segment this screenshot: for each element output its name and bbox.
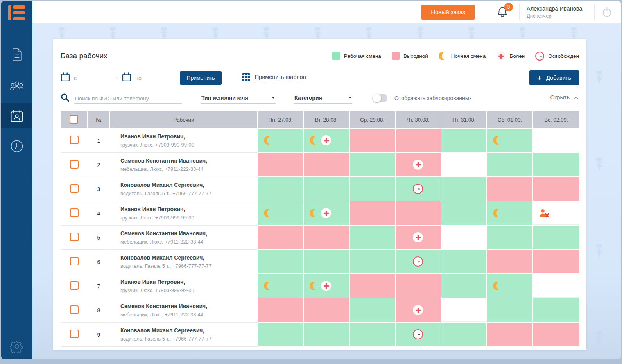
sidebar-item-settings[interactable]: [1, 340, 32, 353]
date-to-input[interactable]: [134, 74, 172, 83]
row-checkbox[interactable]: [70, 305, 79, 314]
schedule-cell[interactable]: [487, 226, 533, 250]
schedule-cell[interactable]: [396, 298, 441, 323]
hide-filters-link[interactable]: Скрыть: [550, 94, 579, 102]
schedule-cell[interactable]: [258, 323, 304, 347]
show-blocked-toggle[interactable]: [373, 94, 387, 102]
row-checkbox[interactable]: [70, 281, 79, 290]
schedule-cell[interactable]: [350, 153, 396, 177]
schedule-cell[interactable]: [350, 226, 396, 250]
sidebar-item-workers[interactable]: [1, 103, 32, 128]
schedule-cell[interactable]: [304, 274, 350, 298]
schedule-cell[interactable]: [304, 153, 350, 177]
row-checkbox[interactable]: [70, 257, 79, 265]
worker-cell[interactable]: Семенов Константин Иванович,мебельщик, Л…: [110, 153, 258, 177]
date-from-input[interactable]: [73, 74, 111, 83]
schedule-cell[interactable]: [533, 129, 579, 153]
schedule-cell[interactable]: [258, 153, 304, 177]
schedule-cell[interactable]: [396, 129, 441, 153]
schedule-cell[interactable]: [487, 298, 533, 323]
schedule-cell[interactable]: [441, 129, 487, 153]
apply-template-link[interactable]: Применить шаблон: [242, 73, 306, 83]
schedule-cell[interactable]: [258, 129, 304, 153]
add-worker-button[interactable]: + Добавить: [529, 70, 579, 85]
schedule-cell[interactable]: [441, 298, 487, 323]
schedule-cell[interactable]: [396, 201, 441, 226]
schedule-cell[interactable]: [487, 177, 533, 201]
worker-cell[interactable]: Семенов Константин Иванович,мебельщик, Л…: [110, 226, 258, 250]
sidebar-item-team[interactable]: [1, 73, 32, 98]
schedule-cell[interactable]: [304, 323, 350, 347]
worker-cell[interactable]: Иванов Иван Петрович,грузчик, Люкс, +790…: [110, 274, 258, 298]
notifications-bell[interactable]: 3: [497, 6, 508, 18]
schedule-cell[interactable]: [258, 274, 304, 298]
row-checkbox[interactable]: [70, 136, 79, 144]
schedule-cell[interactable]: [441, 274, 487, 298]
schedule-cell[interactable]: [396, 323, 441, 347]
category-select[interactable]: Категория: [294, 93, 352, 104]
schedule-cell[interactable]: [441, 201, 487, 226]
schedule-cell[interactable]: [396, 226, 441, 250]
schedule-cell[interactable]: [487, 250, 533, 274]
worker-cell[interactable]: Коновалов Михаил Сергеевич,водитель, Газ…: [110, 323, 258, 347]
schedule-cell[interactable]: [396, 250, 441, 274]
worker-cell[interactable]: Иванов Иван Петрович,грузчик, Люкс, +790…: [110, 201, 258, 226]
schedule-cell[interactable]: [304, 226, 350, 250]
schedule-cell[interactable]: [304, 129, 350, 153]
worker-cell[interactable]: Иванов Иван Петрович,грузчик, Люкс, +790…: [110, 129, 258, 153]
schedule-cell[interactable]: [396, 177, 441, 201]
schedule-cell[interactable]: [533, 226, 579, 250]
schedule-cell[interactable]: [487, 129, 533, 153]
row-checkbox[interactable]: [70, 184, 79, 193]
schedule-cell[interactable]: [533, 177, 579, 201]
schedule-cell[interactable]: [350, 274, 396, 298]
schedule-cell[interactable]: [304, 201, 350, 226]
schedule-cell[interactable]: [304, 177, 350, 201]
schedule-cell[interactable]: [487, 274, 533, 298]
schedule-cell[interactable]: [487, 153, 533, 177]
sidebar-item-history[interactable]: [1, 134, 32, 159]
app-logo[interactable]: [8, 5, 25, 20]
schedule-cell[interactable]: [258, 298, 304, 323]
schedule-cell[interactable]: [350, 201, 396, 226]
executor-type-select[interactable]: Тип исполнителя: [201, 93, 276, 104]
schedule-cell[interactable]: [533, 274, 579, 298]
schedule-cell[interactable]: [487, 323, 533, 347]
schedule-cell[interactable]: [441, 177, 487, 201]
row-checkbox[interactable]: [70, 330, 79, 338]
schedule-cell[interactable]: [350, 129, 396, 153]
schedule-cell[interactable]: [533, 201, 579, 226]
schedule-cell[interactable]: [350, 177, 396, 201]
user-menu[interactable]: Александра Иванова Диспетчер: [527, 5, 587, 19]
schedule-cell[interactable]: [258, 201, 304, 226]
new-order-button[interactable]: Новый заказ: [421, 5, 475, 20]
schedule-cell[interactable]: [441, 226, 487, 250]
search-input[interactable]: [74, 94, 182, 104]
schedule-cell[interactable]: [350, 298, 396, 323]
schedule-cell[interactable]: [350, 250, 396, 274]
schedule-cell[interactable]: [533, 153, 579, 177]
worker-cell[interactable]: Коновалов Михаил Сергеевич,водитель, Газ…: [110, 250, 258, 274]
schedule-cell[interactable]: [258, 226, 304, 250]
worker-cell[interactable]: Семенов Константин Иванович,мебельщик, Л…: [110, 298, 258, 323]
schedule-cell[interactable]: [441, 250, 487, 274]
schedule-cell[interactable]: [304, 298, 350, 323]
schedule-cell[interactable]: [441, 153, 487, 177]
schedule-cell[interactable]: [396, 274, 441, 298]
row-checkbox[interactable]: [70, 160, 79, 169]
schedule-cell[interactable]: [304, 250, 350, 274]
schedule-cell[interactable]: [441, 323, 487, 347]
select-all-checkbox[interactable]: [70, 115, 78, 124]
schedule-cell[interactable]: [533, 298, 579, 323]
schedule-cell[interactable]: [533, 323, 579, 347]
logout-power-button[interactable]: [602, 7, 612, 17]
row-checkbox[interactable]: [70, 208, 79, 217]
apply-button[interactable]: Применить: [180, 71, 221, 85]
schedule-cell[interactable]: [258, 177, 304, 201]
schedule-cell[interactable]: [396, 153, 441, 177]
sidebar-item-orders[interactable]: [1, 42, 32, 67]
schedule-cell[interactable]: [350, 323, 396, 347]
schedule-cell[interactable]: [258, 250, 304, 274]
worker-cell[interactable]: Коновалов Михаил Сергеевич,водитель, Газ…: [110, 177, 258, 201]
schedule-cell[interactable]: [533, 250, 579, 274]
